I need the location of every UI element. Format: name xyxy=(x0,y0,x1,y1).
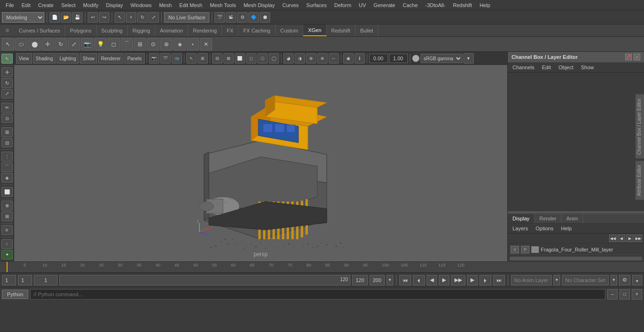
layer-vis-btn[interactable]: V xyxy=(511,246,519,253)
undo-btn[interactable]: ↩ xyxy=(88,12,98,23)
vp-shade-btn[interactable]: ◕ xyxy=(283,53,294,64)
render-btn[interactable]: 🎬 xyxy=(215,12,225,23)
menu-modify[interactable]: Modify xyxy=(79,1,102,9)
pb-play-fwd-btn[interactable]: ▶▶ xyxy=(451,275,465,285)
shelf-btn-8[interactable]: 💡 xyxy=(94,38,107,50)
tab-rigging[interactable]: Rigging xyxy=(128,24,155,36)
menu-cache[interactable]: Cache xyxy=(399,1,421,9)
menu-windows[interactable]: Windows xyxy=(127,1,156,9)
vp-motion-btn[interactable]: ↔ xyxy=(329,53,339,64)
layer-option-options[interactable]: Options xyxy=(533,225,556,232)
menu-redshift[interactable]: Redshift xyxy=(449,1,476,9)
playback-range-field[interactable]: 200 xyxy=(370,275,385,285)
viewport-3d-content[interactable]: x y z persp xyxy=(14,66,507,261)
playback-end-field[interactable]: 120 xyxy=(352,275,367,285)
layer-nav-btn3[interactable]: ▶ xyxy=(626,235,634,242)
live-surface-label[interactable]: No Live Surface xyxy=(164,12,209,23)
python-input[interactable] xyxy=(30,289,605,300)
sb-key-btn[interactable]: ⬥ xyxy=(632,275,642,285)
vp-grid-btn[interactable]: ⊟ xyxy=(212,53,223,64)
vp-colorspace-arrow[interactable]: ▼ xyxy=(463,53,474,64)
menu-mesh-display[interactable]: Mesh Display xyxy=(240,1,279,9)
shelf-btn-1[interactable]: ↖ xyxy=(2,38,14,50)
cb-menu-object[interactable]: Object xyxy=(555,64,576,71)
workspace-tab-settings[interactable]: ⚙ xyxy=(2,24,12,37)
vp-aa-btn[interactable]: ⊛ xyxy=(317,53,328,64)
snap-to-grid-btn[interactable]: ⋮ xyxy=(1,152,13,162)
cb-menu-edit[interactable]: Edit xyxy=(539,64,553,71)
menu-curves[interactable]: Curves xyxy=(279,1,303,9)
shelf-btn-10[interactable]: ⌒ xyxy=(121,38,133,50)
show-manip-btn[interactable]: ⊞ xyxy=(1,127,13,137)
vp-menu-view[interactable]: View xyxy=(16,53,32,64)
python-tab[interactable]: Python xyxy=(2,290,28,299)
vp-color-swatch[interactable] xyxy=(412,55,420,62)
snap-to-curve-btn[interactable]: ⌒ xyxy=(1,162,13,172)
vp-light-btn[interactable]: ◑ xyxy=(295,53,305,64)
pb-prev-key-btn[interactable]: ⏴ xyxy=(413,275,425,285)
menu-uv[interactable]: UV xyxy=(355,1,370,9)
hide-manip-btn[interactable]: ⊟ xyxy=(1,138,13,148)
menu-select[interactable]: Select xyxy=(58,1,80,9)
vp-menu-shading[interactable]: Shading xyxy=(33,53,56,64)
vp-menu-lighting[interactable]: Lighting xyxy=(57,53,79,64)
current-frame-input[interactable] xyxy=(34,275,58,285)
vp-isolate-btn[interactable]: ◉ xyxy=(343,53,354,64)
hypershade-btn[interactable]: 🔷 xyxy=(248,12,259,23)
tab-rendering[interactable]: Rendering xyxy=(188,24,222,36)
shelf-btn-4[interactable]: ✛ xyxy=(41,38,54,50)
vp-select-btn[interactable]: ↖ xyxy=(186,53,197,64)
vp-zoom-input[interactable] xyxy=(389,54,408,63)
edge-tab-attribute-editor[interactable]: Attribute Editor xyxy=(636,161,644,200)
shelf-btn-16[interactable]: ✕ xyxy=(200,38,212,50)
vp-cam3-btn[interactable]: 📹 xyxy=(172,53,182,64)
vp-menu-renderer[interactable]: Renderer xyxy=(98,53,124,64)
tab-bullet[interactable]: Bullet xyxy=(355,24,379,36)
redo-btn[interactable]: ↪ xyxy=(99,12,109,23)
workspace-selector[interactable]: Modeling xyxy=(2,12,44,23)
vp-colorspace-select[interactable]: sRGB gamma xyxy=(421,54,462,63)
layer-scrollbar-thumb[interactable] xyxy=(510,257,642,260)
window-close-btn[interactable]: × xyxy=(632,289,642,300)
layer-tab-display[interactable]: Display xyxy=(508,214,535,223)
layer-nav-btn2[interactable]: ◀ xyxy=(618,235,625,242)
layer-nav-btn1[interactable]: ◀◀ xyxy=(609,235,617,242)
shelf-btn-5[interactable]: ↻ xyxy=(55,38,67,50)
pb-prev-frame-btn[interactable]: ◀ xyxy=(427,275,437,285)
layer-scroll[interactable] xyxy=(510,257,642,260)
char-set-field[interactable]: No Character Set xyxy=(562,275,609,285)
shelf-btn-3[interactable]: ⬤ xyxy=(28,38,41,50)
menu-edit[interactable]: Edit xyxy=(18,1,34,9)
vp-wire-btn[interactable]: ⬡ xyxy=(257,53,268,64)
anim-layer-expand[interactable]: ▼ xyxy=(553,275,560,285)
vp-display2-btn[interactable]: ◻ xyxy=(246,53,256,64)
menu-mesh-tools[interactable]: Mesh Tools xyxy=(206,1,239,9)
menu-edit-mesh[interactable]: Edit Mesh xyxy=(175,1,206,9)
tab-curves-surfaces[interactable]: Curves / Surfaces xyxy=(14,24,65,36)
sb-settings-btn[interactable]: ⚙ xyxy=(619,275,630,285)
menu-create[interactable]: Create xyxy=(34,1,58,9)
current-frame-field[interactable]: 1 xyxy=(2,275,16,285)
layer-p-btn[interactable]: P xyxy=(521,246,529,253)
marquee-select-btn[interactable]: ⬜ xyxy=(1,187,13,197)
right-panel-close-btn[interactable]: × xyxy=(634,54,640,60)
vp-pan-input[interactable] xyxy=(369,54,388,63)
scale-tool-btn[interactable]: ⤢ xyxy=(1,89,13,99)
edge-tab-channel-box[interactable]: Channel Box / Layer Editor xyxy=(636,94,644,159)
soft-select-btn[interactable]: ⊙ xyxy=(1,113,13,123)
display-layers-btn[interactable]: ≡ xyxy=(1,225,13,235)
menu-help[interactable]: Help xyxy=(476,1,494,9)
shelf-btn-13[interactable]: ⊛ xyxy=(160,38,173,50)
xgen-btn[interactable]: ⬢ xyxy=(260,12,270,23)
menu-file[interactable]: File xyxy=(2,1,18,9)
menu-mesh[interactable]: Mesh xyxy=(155,1,175,9)
move-mode-btn[interactable]: + xyxy=(126,12,136,23)
pb-ffwd-btn[interactable]: ⏭ xyxy=(493,275,505,285)
layer-option-layers[interactable]: Layers xyxy=(510,225,531,232)
shelf-btn-2[interactable]: ⬭ xyxy=(15,38,27,50)
char-set-expand[interactable]: ▼ xyxy=(611,275,617,285)
menu-3dtoa[interactable]: -3DtoAll- xyxy=(421,1,449,9)
cb-menu-show[interactable]: Show xyxy=(578,64,597,71)
timeline-playhead[interactable] xyxy=(7,262,8,272)
pb-rewind-btn[interactable]: ⏮ xyxy=(399,275,411,285)
